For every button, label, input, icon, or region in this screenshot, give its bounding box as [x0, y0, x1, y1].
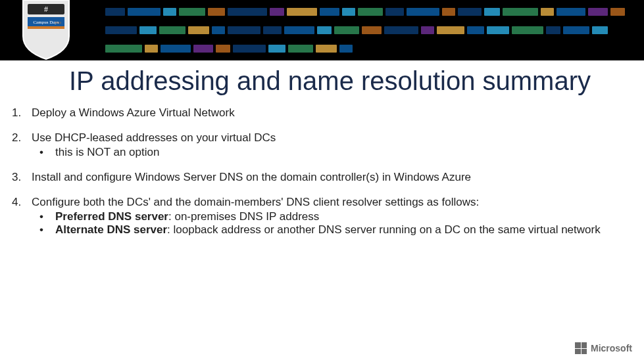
microsoft-logo: Microsoft [575, 342, 632, 354]
slide-banner: # Campus Days 2013 [0, 0, 644, 60]
sub-list-item: Alternate DNS server: loopback address o… [47, 223, 632, 237]
sub-list: this is NOT an option [32, 146, 632, 159]
list-item: 4.Configure both the DCs' and the domain… [12, 196, 632, 237]
list-number: 2. [12, 131, 32, 159]
list-number: 1. [12, 106, 32, 120]
campus-days-shield-logo: # Campus Days 2013 [20, 0, 72, 60]
list-number: 3. [12, 171, 32, 184]
banner-decorative-blocks [105, 0, 644, 60]
sub-list-item: Preferred DNS server: on-premises DNS IP… [47, 210, 632, 223]
list-text: Deploy a Windows Azure Virtual Network [32, 106, 632, 120]
list-item: 2.Use DHCP-leased addresses on your virt… [12, 131, 632, 159]
svg-rect-4 [28, 26, 64, 29]
shield-hash-icon: # [44, 5, 48, 14]
slide-title: IP addressing and name resolution summar… [69, 67, 644, 95]
microsoft-squares-icon [575, 342, 587, 354]
list-text: Configure both the DCs' and the domain-m… [32, 196, 632, 237]
sub-list-item: this is NOT an option [47, 146, 632, 159]
list-item: 3.Install and configure Windows Server D… [12, 171, 632, 184]
numbered-list: 1.Deploy a Windows Azure Virtual Network… [0, 106, 644, 237]
svg-text:2013: 2013 [55, 21, 62, 24]
list-number: 4. [12, 196, 32, 237]
list-text: Use DHCP-leased addresses on your virtua… [32, 131, 632, 159]
list-text: Install and configure Windows Server DNS… [32, 171, 632, 184]
list-item: 1.Deploy a Windows Azure Virtual Network [12, 106, 632, 120]
microsoft-wordmark: Microsoft [591, 343, 632, 353]
sub-list: Preferred DNS server: on-premises DNS IP… [32, 210, 632, 237]
